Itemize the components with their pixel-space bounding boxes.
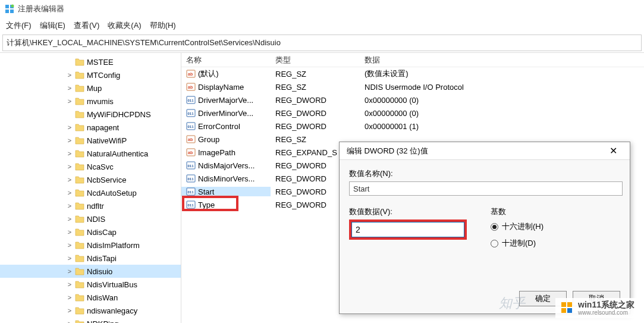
folder-icon (75, 254, 84, 262)
expander-icon[interactable]: > (65, 124, 74, 131)
tree-node[interactable]: >NativeWifiP (0, 134, 181, 147)
menu-edit[interactable]: 编辑(E) (40, 20, 65, 31)
expander-icon[interactable]: > (65, 150, 74, 157)
value-type: REG_SZ (271, 70, 360, 79)
folder-icon (75, 97, 84, 105)
value-data: 0x00000000 (0) (360, 96, 644, 105)
edit-dword-dialog: 编辑 DWORD (32 位)值 ✕ 数值名称(N): Start 数值数据(V… (339, 142, 630, 314)
tree-node[interactable]: >napagent (0, 121, 181, 134)
value-name: Type (198, 200, 215, 209)
expander-icon[interactable]: > (65, 189, 74, 196)
tree-node[interactable]: MSTEE (0, 55, 181, 68)
expander-icon[interactable]: > (65, 137, 74, 144)
dialog-titlebar[interactable]: 编辑 DWORD (32 位)值 ✕ (340, 142, 630, 160)
menu-help[interactable]: 帮助(H) (150, 20, 176, 31)
dword-value-icon: 011 (186, 187, 196, 196)
annotation-red-box-data (349, 219, 467, 240)
tree-node[interactable]: >Mup (0, 81, 181, 95)
string-value-icon: ab (186, 148, 196, 157)
string-value-icon: ab (186, 82, 196, 92)
expander-icon[interactable]: > (65, 215, 74, 222)
expander-icon[interactable]: > (65, 281, 74, 288)
radix-hex-option[interactable]: 十六进制(H) (491, 219, 544, 234)
list-row[interactable]: 011ErrorControlREG_DWORD0x00000001 (1) (181, 120, 644, 133)
tree-node[interactable]: >NcaSvc (0, 160, 181, 173)
menu-file[interactable]: 文件(F) (6, 20, 32, 31)
string-value-icon: ab (186, 134, 196, 144)
folder-icon (75, 58, 84, 66)
tree-node[interactable]: >Ndisuio (0, 265, 181, 278)
tree-node[interactable]: >mvumis (0, 95, 181, 108)
folder-icon (75, 110, 84, 118)
tree-node[interactable]: >NcbService (0, 173, 181, 186)
col-name[interactable]: 名称 (181, 55, 271, 65)
svg-text:011: 011 (188, 112, 194, 115)
expander-icon[interactable]: > (65, 255, 74, 262)
tree-node[interactable]: >NDIS (0, 212, 181, 225)
value-name: NdisMajorVers... (198, 161, 255, 170)
value-name: DisplayName (198, 83, 244, 92)
expander-icon[interactable]: > (65, 84, 74, 92)
list-row[interactable]: 011DriverMinorVe...REG_DWORD0x00000000 (… (181, 106, 644, 120)
svg-text:ab: ab (188, 85, 193, 89)
radix-dec-option[interactable]: 十进制(D) (491, 236, 544, 250)
folder-icon (75, 306, 84, 315)
tree-node-label: ndiswanlegacy (87, 306, 137, 315)
expander-icon[interactable]: > (65, 71, 74, 79)
list-row[interactable]: 011DriverMajorVe...REG_DWORD0x00000000 (… (181, 93, 644, 106)
col-type[interactable]: 类型 (271, 55, 360, 65)
list-row[interactable]: abDisplayNameREG_SZNDIS Usermode I/O Pro… (181, 80, 644, 93)
folder-icon (75, 175, 84, 184)
expander-icon[interactable]: > (65, 320, 74, 323)
dialog-close-button[interactable]: ✕ (601, 143, 625, 159)
tree-node[interactable]: >NDKPing (0, 317, 181, 323)
list-row[interactable]: ab(默认)REG_SZ(数值未设置) (181, 67, 644, 80)
tree-node-label: NDKPing (87, 319, 118, 324)
tree-node[interactable]: >NaturalAuthentica (0, 147, 181, 160)
tree-node[interactable]: MyWiFiDHCPDNS (0, 108, 181, 121)
tree-node[interactable]: >NdisCap (0, 225, 181, 239)
expander-icon[interactable]: > (65, 294, 74, 301)
menu-favorites[interactable]: 收藏夹(A) (108, 20, 141, 31)
expander-icon[interactable]: > (65, 163, 74, 170)
svg-text:011: 011 (188, 190, 194, 194)
folder-icon (75, 123, 84, 131)
tree-node-label: mvumis (87, 97, 114, 106)
tree-node[interactable]: >ndiswanlegacy (0, 304, 181, 317)
svg-text:ab: ab (188, 137, 193, 142)
expander-icon[interactable]: > (65, 242, 74, 249)
tree-node[interactable]: >NdisImPlatform (0, 239, 181, 252)
svg-text:ab: ab (188, 72, 193, 76)
tree-node[interactable]: >MTConfig (0, 68, 181, 81)
value-data-input[interactable] (351, 222, 464, 237)
dword-value-icon: 011 (186, 121, 196, 131)
tree-node[interactable]: >NdisWan (0, 291, 181, 304)
col-data[interactable]: 数据 (360, 55, 644, 65)
value-type: REG_DWORD (271, 96, 360, 105)
address-bar[interactable]: 计算机\HKEY_LOCAL_MACHINE\SYSTEM\CurrentCon… (2, 35, 642, 51)
tree-node[interactable]: >NdisTapi (0, 252, 181, 265)
folder-icon (75, 71, 84, 79)
menu-view[interactable]: 查看(V) (74, 20, 99, 31)
tree-node[interactable]: >NcdAutoSetup (0, 186, 181, 199)
tree-node[interactable]: >NdisVirtualBus (0, 278, 181, 291)
expander-icon[interactable]: > (65, 228, 74, 236)
folder-icon (75, 228, 84, 236)
value-type: REG_DWORD (271, 109, 360, 118)
svg-rect-30 (567, 308, 572, 313)
svg-text:ab: ab (188, 150, 193, 155)
watermark-brand: win11系统之家 www.relsound.com (555, 298, 639, 318)
dword-value-icon: 011 (186, 108, 196, 118)
expander-icon[interactable]: > (65, 268, 74, 275)
value-name-field[interactable]: Start (349, 181, 623, 196)
list-header: 名称 类型 数据 (181, 53, 644, 67)
tree-node[interactable]: >ndfltr (0, 199, 181, 212)
tree-node-label: NcaSvc (87, 162, 114, 171)
expander-icon[interactable]: > (65, 98, 74, 105)
tree-pane[interactable]: MSTEE>MTConfig>Mup>mvumisMyWiFiDHCPDNS>n… (0, 53, 181, 323)
expander-icon[interactable]: > (65, 307, 74, 314)
expander-icon[interactable]: > (65, 176, 74, 183)
expander-icon[interactable]: > (65, 202, 74, 209)
value-data: 0x00000001 (1) (360, 122, 644, 131)
value-data: (数值未设置) (360, 68, 644, 79)
